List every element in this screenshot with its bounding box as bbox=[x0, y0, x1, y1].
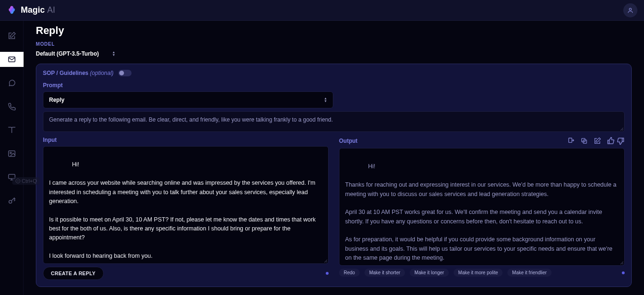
account-button[interactable] bbox=[623, 3, 637, 17]
prompt-select[interactable]: Reply ▲▼ bbox=[43, 91, 333, 108]
refine-chips: Redo Make it shorter Make it longer Make… bbox=[339, 269, 625, 277]
chat-icon bbox=[8, 79, 16, 87]
image-icon bbox=[8, 149, 16, 158]
logo-icon bbox=[7, 5, 17, 16]
input-label: Input bbox=[43, 137, 57, 143]
book-icon bbox=[8, 126, 16, 134]
mail-icon bbox=[8, 55, 16, 64]
chip-friendlier[interactable]: Make it friendlier bbox=[507, 269, 551, 277]
output-label: Output bbox=[339, 138, 357, 144]
model-select[interactable]: Default (GPT-3.5-Turbo) ▲▼ bbox=[36, 49, 632, 59]
brand: Magic AI bbox=[7, 5, 55, 16]
topbar: Magic AI bbox=[0, 0, 644, 21]
chip-shorter[interactable]: Make it shorter bbox=[364, 269, 405, 277]
updown-icon: ▲▼ bbox=[112, 51, 116, 57]
model-value: Default (GPT-3.5-Turbo) bbox=[36, 50, 99, 57]
main-panel: SOP / Guidelines (optional) Prompt Reply… bbox=[36, 64, 632, 287]
output-textarea[interactable]: Hi! Thanks for reaching out and expressi… bbox=[339, 148, 625, 266]
thumbs-down-icon[interactable] bbox=[616, 137, 625, 145]
user-icon bbox=[627, 7, 634, 14]
output-actions bbox=[567, 137, 625, 145]
copy-icon[interactable] bbox=[580, 137, 588, 145]
svg-point-0 bbox=[629, 8, 632, 10]
page-title: Reply bbox=[36, 25, 632, 37]
svg-rect-4 bbox=[8, 174, 15, 179]
edit-icon[interactable] bbox=[594, 137, 601, 145]
sidebar-desktop[interactable] bbox=[0, 170, 24, 185]
thumbs-up-icon[interactable] bbox=[607, 137, 615, 145]
resize-handle-icon bbox=[322, 258, 327, 262]
create-reply-button[interactable]: CREATE A REPLY bbox=[43, 267, 104, 280]
sop-label: SOP / Guidelines (optional) bbox=[43, 70, 114, 76]
svg-point-3 bbox=[10, 152, 11, 154]
resize-handle-icon bbox=[619, 126, 623, 131]
model-label: MODEL bbox=[36, 41, 632, 47]
updown-icon: ▲▼ bbox=[324, 97, 327, 103]
chip-longer[interactable]: Make it longer bbox=[410, 269, 449, 277]
sidebar-chat[interactable] bbox=[0, 75, 24, 90]
svg-rect-6 bbox=[569, 138, 572, 142]
sidebar-phone[interactable] bbox=[0, 99, 24, 114]
phone-icon bbox=[8, 102, 16, 111]
brand-name: Magic AI bbox=[21, 5, 55, 15]
chip-polite[interactable]: Make it more polite bbox=[454, 269, 503, 277]
compose-icon bbox=[8, 32, 16, 40]
sop-toggle[interactable] bbox=[118, 70, 132, 76]
svg-point-5 bbox=[9, 200, 12, 203]
sidebar-mail[interactable] bbox=[0, 52, 24, 67]
main-content: Reply MODEL Default (GPT-3.5-Turbo) ▲▼ S… bbox=[24, 21, 644, 295]
sidebar-compose[interactable] bbox=[0, 28, 24, 43]
sidebar-image[interactable] bbox=[0, 146, 24, 161]
sidebar-book[interactable] bbox=[0, 123, 24, 138]
chip-redo[interactable]: Redo bbox=[339, 269, 360, 277]
status-dot bbox=[622, 271, 625, 274]
desktop-icon bbox=[8, 173, 16, 181]
input-textarea[interactable]: Hi! I came across your website while sea… bbox=[43, 146, 329, 264]
prompt-label: Prompt bbox=[43, 82, 625, 89]
status-dot bbox=[326, 272, 329, 275]
resize-handle-icon bbox=[619, 260, 623, 264]
key-icon bbox=[8, 197, 16, 205]
export-icon[interactable] bbox=[567, 137, 575, 145]
prompt-selected: Reply bbox=[49, 97, 65, 103]
sidebar-key[interactable] bbox=[0, 193, 24, 208]
prompt-description[interactable]: Generate a reply to the following email.… bbox=[43, 111, 625, 132]
sidebar bbox=[0, 21, 24, 295]
